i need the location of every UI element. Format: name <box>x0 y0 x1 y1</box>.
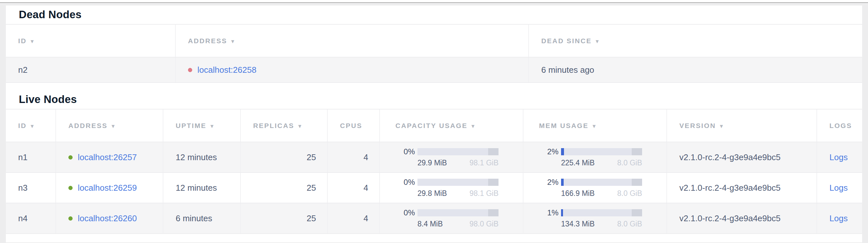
node-address-link[interactable]: localhost:26257 <box>78 152 137 162</box>
live-col-header-logs: LOGS <box>817 109 862 142</box>
live-node-status-dot <box>68 216 72 221</box>
live-nodes-header: Live Nodes <box>6 83 862 109</box>
logs-cell: Logs <box>817 142 862 172</box>
mem-total-value: 8.0 GiB <box>617 189 642 198</box>
cpus-cell: 4 <box>328 142 379 172</box>
live-col-header-version[interactable]: VERSION▼ <box>667 109 817 142</box>
capacity-bar-cap <box>488 179 498 186</box>
col-label: DEAD SINCE <box>541 37 592 45</box>
capacity-usage-bar <box>417 148 498 155</box>
logs-link[interactable]: Logs <box>830 183 847 193</box>
capacity-usage-bar <box>417 179 498 186</box>
top-divider <box>0 0 868 3</box>
dead-node-status-dot <box>188 68 192 72</box>
mem-percent: 2% <box>539 178 558 187</box>
uptime-cell: 12 minutes <box>163 172 241 203</box>
col-label: ID <box>18 37 27 45</box>
capacity-used-value: 29.8 MiB <box>417 189 447 198</box>
dead-nodes-title: Dead Nodes <box>19 8 862 21</box>
sort-desc-icon: ▼ <box>297 124 303 129</box>
dead-node-row: n2 localhost:26258 6 minutes ago <box>6 57 862 82</box>
logs-cell: Logs <box>817 172 862 203</box>
node-address-link[interactable]: localhost:26260 <box>78 213 137 223</box>
sort-desc-icon: ▼ <box>595 39 600 44</box>
dead-nodes-table: ID▼ ADDRESS▼ DEAD SINCE▼ n2 localhost:26… <box>6 25 862 83</box>
live-col-header-cpus: CPUS <box>328 109 379 142</box>
capacity-percent: 0% <box>396 208 415 217</box>
live-col-header-capacity-usage[interactable]: CAPACITY USAGE▼ <box>379 109 523 142</box>
sort-desc-icon: ▼ <box>30 39 35 44</box>
live-col-header-address[interactable]: ADDRESS▼ <box>56 109 163 142</box>
version-cell: v2.1.0-rc.2-4-g3e9a4e9bc5 <box>667 142 817 172</box>
live-nodes-table: ID▼ ADDRESS▼ UPTIME▼ REPLICAS▼ CPUS <box>6 109 862 234</box>
col-label: ADDRESS <box>68 122 107 129</box>
dead-nodes-header: Dead Nodes <box>6 5 862 25</box>
col-label: CPUS <box>340 122 362 129</box>
node-address-link[interactable]: localhost:26259 <box>78 183 137 193</box>
sort-desc-icon: ▼ <box>209 124 215 129</box>
sort-desc-icon: ▼ <box>591 124 597 129</box>
mem-total-value: 8.0 GiB <box>617 220 642 228</box>
node-address-cell: localhost:26259 <box>56 172 163 203</box>
sort-desc-icon: ▼ <box>470 124 476 129</box>
mem-usage-cell: 2% 225.4 MiB 8.0 GiB <box>523 142 667 172</box>
capacity-bar-cap <box>488 148 498 155</box>
mem-bar-fill <box>561 179 564 186</box>
node-id-cell: n2 <box>6 57 175 82</box>
capacity-usage-cell: 0% 8.4 MiB 98.0 GiB <box>379 203 523 234</box>
live-node-row: n3 localhost:26259 12 minutes 25 4 0% <box>6 172 862 203</box>
logs-link[interactable]: Logs <box>830 213 847 223</box>
mem-bar-cap <box>632 179 642 186</box>
mem-total-value: 8.0 GiB <box>617 159 642 167</box>
mem-percent: 2% <box>539 147 558 156</box>
logs-link[interactable]: Logs <box>830 152 847 162</box>
nodes-panel: Dead Nodes ID▼ ADDRESS▼ DEAD SINCE▼ <box>6 5 862 242</box>
dead-since-cell: 6 minutes ago <box>529 57 862 82</box>
logs-cell: Logs <box>817 203 862 234</box>
replicas-cell: 25 <box>241 172 328 203</box>
capacity-total-value: 98.0 GiB <box>470 220 499 228</box>
capacity-used-value: 8.4 MiB <box>417 220 443 228</box>
dead-col-header-id[interactable]: ID▼ <box>6 25 175 57</box>
live-nodes-section: Live Nodes ID▼ ADDRESS▼ UPTIME▼ <box>6 83 862 234</box>
mem-usage-bar <box>561 148 642 155</box>
live-col-header-id[interactable]: ID▼ <box>6 109 56 142</box>
dead-nodes-header-row: ID▼ ADDRESS▼ DEAD SINCE▼ <box>6 25 862 57</box>
dead-col-header-dead-since[interactable]: DEAD SINCE▼ <box>529 25 862 57</box>
capacity-usage-cell: 0% 29.8 MiB 98.1 GiB <box>379 172 523 203</box>
mem-bar-fill <box>561 209 563 216</box>
node-address-link[interactable]: localhost:26258 <box>197 65 256 75</box>
mem-percent: 1% <box>539 208 558 217</box>
live-node-row: n4 localhost:26260 6 minutes 25 4 0% <box>6 203 862 234</box>
col-label: MEM USAGE <box>539 122 589 129</box>
sort-desc-icon: ▼ <box>111 124 116 129</box>
live-col-header-uptime[interactable]: UPTIME▼ <box>163 109 241 142</box>
mem-bar-cap <box>632 148 642 155</box>
uptime-cell: 6 minutes <box>163 203 241 234</box>
col-label: CAPACITY USAGE <box>396 122 467 129</box>
dead-nodes-section: Dead Nodes ID▼ ADDRESS▼ DEAD SINCE▼ <box>6 5 862 83</box>
sort-desc-icon: ▼ <box>230 39 236 44</box>
live-col-header-replicas[interactable]: REPLICAS▼ <box>241 109 328 142</box>
version-cell: v2.1.0-rc.2-4-g3e9a4e9bc5 <box>667 172 817 203</box>
version-cell: v2.1.0-rc.2-4-g3e9a4e9bc5 <box>667 203 817 234</box>
replicas-cell: 25 <box>241 203 328 234</box>
mem-usage-cell: 2% 166.9 MiB 8.0 GiB <box>523 172 667 203</box>
live-col-header-mem-usage[interactable]: MEM USAGE▼ <box>523 109 667 142</box>
col-label: REPLICAS <box>253 122 294 129</box>
node-address-cell: localhost:26257 <box>56 142 163 172</box>
node-address-cell: localhost:26260 <box>56 203 163 234</box>
mem-bar-cap <box>632 209 642 216</box>
live-node-status-dot <box>68 186 72 190</box>
col-label: LOGS <box>830 122 852 129</box>
mem-usage-bar <box>561 179 642 186</box>
mem-bar-fill <box>561 148 564 155</box>
cpus-cell: 4 <box>328 172 379 203</box>
capacity-bar-cap <box>488 209 498 216</box>
node-id-cell: n1 <box>6 142 56 172</box>
mem-used-value: 134.3 MiB <box>561 220 595 228</box>
mem-usage-cell: 1% 134.3 MiB 8.0 GiB <box>523 203 667 234</box>
live-node-row: n1 localhost:26257 12 minutes 25 4 0% <box>6 142 862 172</box>
dead-col-header-address[interactable]: ADDRESS▼ <box>175 25 529 57</box>
uptime-cell: 12 minutes <box>163 142 241 172</box>
